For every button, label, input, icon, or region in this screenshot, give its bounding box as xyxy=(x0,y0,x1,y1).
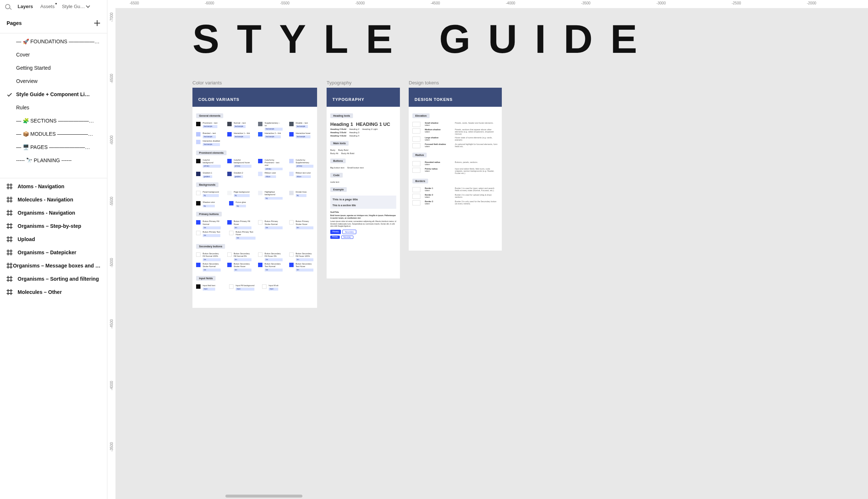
color-swatch[interactable]: Ribbon text colorribbon xyxy=(289,172,314,178)
swatch-tag: ribbon xyxy=(296,175,311,178)
frame-color-variants[interactable]: Color variants COLOR VARIANTS General el… xyxy=(192,80,317,308)
page-item[interactable]: ----- 🔭 PLANNING ------ xyxy=(0,154,107,167)
canvas-area[interactable]: -6500-6000-5500-5000-4500-4000-3500-3000… xyxy=(107,0,868,499)
color-swatch[interactable]: Button Primary Text Hoverbtn xyxy=(229,231,255,240)
page-item[interactable]: Getting Started xyxy=(0,61,107,74)
ruler-tick: -4000 xyxy=(506,1,515,5)
ruler-tick: -5000 xyxy=(110,258,114,267)
color-swatch[interactable]: Interactive hoverhex/sample xyxy=(289,132,314,138)
color-swatch[interactable]: Button Primary Stroke Hoverbtn xyxy=(289,220,314,229)
token-row: Large shadowtokenHover state of some ele… xyxy=(412,136,498,142)
layer-item[interactable]: Organisms – Datepicker xyxy=(0,246,107,259)
color-swatch[interactable]: Interactive 2 – linkhex/sample xyxy=(258,132,283,138)
color-swatch[interactable]: Branded – texthex/sample xyxy=(196,132,221,138)
frame-typography[interactable]: Typography TYPOGRAPHY Heading textsHeadi… xyxy=(327,80,400,278)
color-swatch[interactable]: Colorful by Prominent – text overprimary xyxy=(258,159,283,170)
color-swatch[interactable]: Prominent – texthex/sample xyxy=(196,122,221,131)
token-demo-box xyxy=(412,168,420,173)
page-item[interactable]: Overview xyxy=(0,74,107,88)
color-swatch[interactable]: Button Primary Fill Hoverbtn xyxy=(227,220,252,229)
color-swatch[interactable]: Button Primary Fill Normalbtn xyxy=(196,220,221,229)
page-item[interactable]: — 🧩 SECTIONS ——————… xyxy=(0,114,107,127)
swatch-tag: primary xyxy=(234,165,252,168)
layer-item[interactable]: Molecules – Other xyxy=(0,285,107,299)
color-swatch[interactable]: Supplementary – txthex/sample xyxy=(258,122,283,131)
swatch-name: Gradient 1 xyxy=(203,172,212,174)
layer-item[interactable]: Organisms - Navigation xyxy=(0,206,107,219)
color-swatch[interactable]: Gradient 1gradient xyxy=(196,172,221,178)
color-swatch[interactable]: Shadow colorbg xyxy=(196,201,222,207)
typography-example-card: This is a page titleThis is a section ti… xyxy=(330,196,396,209)
color-swatch[interactable]: Colorful background hoverprimary xyxy=(227,159,252,170)
layer-item[interactable]: Organisms – Sorting and filtering xyxy=(0,272,107,285)
example-button-row: PrimarySecondary xyxy=(330,230,396,234)
swatch-labels: Button Primary Text Hoverbtn xyxy=(236,231,255,240)
example-button[interactable]: Primary xyxy=(330,236,340,239)
frame-design-tokens[interactable]: Design tokens DESIGN TOKENS ElevationSma… xyxy=(409,80,502,251)
color-swatch[interactable]: Divider linesbg xyxy=(289,191,314,200)
color-swatch[interactable]: Button Secondary Text Hoverbtn xyxy=(289,263,314,272)
color-swatch[interactable]: Button Secondary Stroke Hoverbtn xyxy=(227,263,252,272)
swatch-chip xyxy=(227,263,232,267)
color-swatch[interactable]: Ribbon colorribbon xyxy=(258,172,283,178)
color-swatch[interactable]: Panel backgroundbg xyxy=(196,191,221,200)
typography-sample-row: Heading 4 BoldHeading 4 xyxy=(330,135,396,137)
example-button[interactable]: Secondary xyxy=(342,230,356,234)
page-item[interactable]: — 🖥️ PAGES ———————… xyxy=(0,141,107,154)
color-swatch[interactable]: Interactive disabledhex/sample xyxy=(196,140,222,146)
color-swatch[interactable]: Page backgroundbg xyxy=(227,191,252,200)
color-swatch[interactable]: Highlighted backgroundbg xyxy=(258,191,283,200)
example-button[interactable]: Primary xyxy=(330,230,341,234)
layer-item[interactable]: Organisms – Step-by-step xyxy=(0,219,107,233)
color-swatch[interactable]: Colorful backgroundprimary xyxy=(196,159,221,170)
color-swatch[interactable]: Disable – texthex/sample xyxy=(289,122,314,131)
color-swatch[interactable]: Button Secondary Fill Normal 100%btn xyxy=(196,252,221,261)
color-swatch[interactable]: Button Secondary Fill Hover 0%btn xyxy=(258,252,283,261)
layer-item[interactable]: Organisms – Message boxes and … xyxy=(0,259,107,272)
color-swatch[interactable]: Gradient 2gradient xyxy=(227,172,252,178)
tab-assets[interactable]: Assets xyxy=(40,4,55,9)
ruler-tick: -3500 xyxy=(110,442,114,452)
layer-item[interactable]: Upload xyxy=(0,233,107,246)
swatch-labels: Normal – texthex/sample xyxy=(234,122,246,128)
page-item[interactable]: — 📦 MODULES ——————… xyxy=(0,127,107,141)
horizontal-scrollbar[interactable] xyxy=(225,495,302,498)
page-item-label: Rules xyxy=(16,105,29,110)
color-swatch[interactable]: Button Primary Stroke Normalbtn xyxy=(258,220,283,229)
tab-layers[interactable]: Layers xyxy=(18,4,33,9)
tab-styleguide-dropdown[interactable]: Style Gu… xyxy=(62,4,89,9)
page-item[interactable]: — 🚀 FOUNDATIONS —————… xyxy=(0,35,107,48)
color-swatch[interactable]: Input fill altinput xyxy=(262,284,288,291)
color-swatch[interactable]: Button Secondary Fill Hover 100%btn xyxy=(289,252,314,261)
color-swatch[interactable]: Button Primary Textbtn xyxy=(196,231,222,240)
swatch-name: Button Primary Stroke Hover xyxy=(296,220,314,225)
page-item[interactable]: Cover xyxy=(0,48,107,61)
color-swatch[interactable]: Normal – texthex/sample xyxy=(227,122,252,131)
swatch-tag: hex/sample xyxy=(296,135,311,138)
color-swatch[interactable]: Input Fill backgroundinput xyxy=(229,284,255,291)
layer-item[interactable]: Molecules - Navigation xyxy=(0,193,107,206)
swatch-labels: Button Primary Stroke Normalbtn xyxy=(265,220,283,229)
swatch-tag: btn xyxy=(265,258,283,261)
swatch-name: Focus glow xyxy=(236,201,246,204)
color-swatch[interactable]: Focus glowbg xyxy=(229,201,255,207)
example-subtitle: SubTitle xyxy=(330,211,396,213)
search-icon[interactable] xyxy=(5,4,10,9)
add-page-icon[interactable] xyxy=(94,20,100,26)
color-swatch[interactable]: Button Secondary Text Normalbtn xyxy=(258,263,283,272)
swatch-name: Input Fill background xyxy=(236,284,254,287)
canvas-viewport[interactable]: STYLE GUIDE Color variants COLOR VARIANT… xyxy=(115,8,868,499)
color-swatch[interactable]: Button Secondary Stroke Normalbtn xyxy=(196,263,221,272)
section-pill: Borders xyxy=(412,179,428,183)
layer-item[interactable]: Atoms - Navigation xyxy=(0,180,107,193)
page-item[interactable]: Style Guide + Component Li… xyxy=(0,88,107,101)
color-swatch[interactable]: Button Secondary Fill Normal 0%btn xyxy=(227,252,252,261)
frame-label: Typography xyxy=(327,80,400,85)
sidebar-tabs: Layers Assets Style Gu… xyxy=(0,0,107,13)
color-swatch[interactable]: Input field textinput xyxy=(196,284,222,291)
swatch-labels: Input fill altinput xyxy=(269,284,278,291)
example-button[interactable]: Secondary xyxy=(341,236,354,239)
color-swatch[interactable]: Interactive 1 – linkhex/sample xyxy=(227,132,252,138)
page-item[interactable]: Rules xyxy=(0,101,107,114)
color-swatch[interactable]: Colorful by Supplementaryprimary xyxy=(289,159,314,170)
